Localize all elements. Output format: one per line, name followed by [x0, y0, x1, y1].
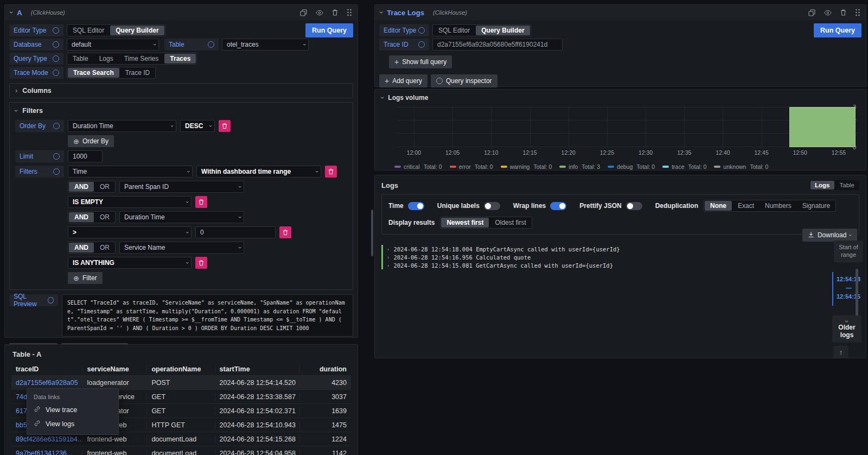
column-header-operationname[interactable]: operationName — [147, 365, 215, 373]
eye-icon[interactable] — [316, 10, 323, 16]
dedup-signature[interactable]: Signature — [797, 200, 835, 211]
database-select[interactable]: default› — [67, 39, 159, 50]
tab-table[interactable]: Table — [835, 181, 859, 189]
wrap-lines-switch[interactable] — [550, 202, 566, 210]
older-logs-button[interactable]: › Older logs — [832, 315, 861, 343]
legend-item-error[interactable]: errorTotal: 0 — [450, 163, 493, 170]
filter-value-input[interactable]: 0 — [195, 226, 276, 238]
dedup-numbers[interactable]: Numbers — [760, 200, 797, 211]
legend-item-unknown[interactable]: unknownTotal: 0 — [714, 163, 768, 170]
cell-traceid[interactable]: 89cf4286e631591b4... — [11, 435, 82, 443]
duplicate-icon[interactable] — [808, 9, 815, 16]
trash-icon[interactable] — [840, 9, 846, 16]
remove-order-by-button[interactable] — [219, 120, 231, 132]
remove-filter-button[interactable] — [325, 166, 337, 178]
menu-item-view-logs[interactable]: View logs — [27, 417, 118, 431]
query-type-timeseries[interactable]: Time Series — [119, 53, 164, 64]
run-query-button[interactable]: Run Query — [814, 23, 861, 37]
dedup-none[interactable]: None — [705, 201, 732, 211]
info-icon[interactable] — [53, 123, 60, 129]
info-log-volume-bar[interactable] — [789, 107, 856, 147]
query-type-table[interactable]: Table — [67, 53, 94, 64]
filter-field-select[interactable]: Duration Time› — [119, 211, 244, 223]
legend-item-critical[interactable]: criticalTotal: 0 — [394, 163, 442, 170]
query-type-traces[interactable]: Traces — [164, 54, 196, 64]
run-query-button[interactable]: Run Query — [305, 23, 353, 37]
info-icon[interactable] — [418, 27, 425, 34]
filter-operator-select[interactable]: IS EMPTY› — [68, 196, 192, 208]
duplicate-icon[interactable] — [300, 9, 307, 16]
filter-operator-select[interactable]: >› — [68, 226, 192, 238]
tab-sql-editor[interactable]: SQL Editor — [433, 25, 475, 36]
tab-sql-editor[interactable]: SQL Editor — [67, 25, 110, 36]
menu-item-view-trace[interactable]: View trace — [27, 403, 118, 417]
logs-scrollbar[interactable] — [856, 269, 858, 318]
order-by-field-select[interactable]: Duration Time› — [68, 120, 176, 132]
newest-first-option[interactable]: Newest first — [441, 218, 489, 228]
info-icon[interactable] — [418, 41, 425, 48]
dedup-exact[interactable]: Exact — [732, 200, 760, 211]
remove-filter-button[interactable] — [279, 226, 291, 238]
trace-id-input[interactable]: d2a7155ef6a928a05680e5ff6190241d — [432, 39, 563, 50]
drag-handle-icon[interactable] — [347, 9, 352, 16]
panel-b-header[interactable]: › Trace Logs (ClickHouse) — [375, 5, 866, 20]
chevron-right-icon[interactable]: › — [387, 247, 390, 252]
legend-item-info[interactable]: infoTotal: 3 — [559, 163, 600, 170]
drag-handle-icon[interactable] — [855, 9, 860, 16]
collapse-chevron-icon[interactable]: › — [9, 11, 14, 14]
or-option[interactable]: OR — [94, 242, 115, 253]
column-header-traceid[interactable]: traceID — [11, 365, 82, 373]
log-row[interactable]: ›2024-06-28 12:54:16.956 Calculated quot… — [381, 253, 821, 261]
filter-field-select[interactable]: Parent Span ID› — [119, 181, 244, 193]
add-query-button[interactable]: +Add query — [379, 74, 427, 87]
collapse-chevron-icon[interactable]: › — [379, 11, 384, 14]
info-icon[interactable] — [53, 55, 59, 62]
filters-section-toggle[interactable]: › Filters — [15, 107, 347, 115]
legend-item-trace[interactable]: traceTotal: 0 — [662, 163, 706, 170]
scroll-to-top-button[interactable]: ↑ — [833, 346, 848, 358]
and-option[interactable]: AND — [69, 243, 94, 252]
panel-a-header[interactable]: › A (ClickHouse) — [5, 5, 358, 20]
add-order-by-button[interactable]: ⊕Order By — [68, 135, 114, 147]
or-option[interactable]: OR — [94, 212, 115, 223]
log-row[interactable]: ›2024-06-28 12:54:18.004 EmptyCartAsync … — [381, 245, 821, 253]
column-header-duration[interactable]: duration — [300, 365, 351, 373]
filter-value-select[interactable]: Within dashboard time range› — [196, 166, 321, 178]
chevron-right-icon[interactable]: › — [387, 263, 390, 268]
remove-filter-button[interactable] — [195, 257, 207, 269]
order-by-direction-select[interactable]: DESC› — [180, 120, 215, 132]
filter-field-select[interactable]: Service Name› — [119, 242, 244, 254]
tab-query-builder[interactable]: Query Builder — [476, 26, 529, 35]
oldest-first-option[interactable]: Oldest first — [489, 217, 531, 228]
trace-mode-id[interactable]: Trace ID — [120, 67, 156, 78]
info-icon[interactable] — [208, 41, 214, 48]
column-header-servicename[interactable]: serviceName — [82, 365, 147, 373]
info-icon[interactable] — [53, 41, 59, 48]
trash-icon[interactable] — [332, 9, 338, 16]
legend-item-warning[interactable]: warningTotal: 0 — [501, 163, 552, 170]
or-option[interactable]: OR — [94, 181, 115, 192]
chevron-right-icon[interactable]: › — [387, 255, 390, 260]
add-filter-button[interactable]: ⊕Filter — [68, 272, 103, 284]
query-inspector-button[interactable]: Query inspector — [431, 74, 497, 87]
info-icon[interactable] — [53, 153, 60, 160]
unique-labels-switch[interactable] — [484, 202, 500, 210]
cell-traceid[interactable]: 9a7bef61341236... — [11, 450, 82, 455]
logs-volume-header[interactable]: › Logs volume — [381, 94, 859, 102]
prettify-json-switch[interactable] — [626, 202, 642, 210]
column-header-starttime[interactable]: startTime — [215, 365, 301, 373]
time-switch[interactable] — [408, 202, 424, 210]
log-row[interactable]: ›2024-06-28 12:54:15.081 GetCartAsync ca… — [381, 261, 821, 269]
panel-b-title[interactable]: Trace Logs — [387, 9, 424, 17]
info-icon[interactable] — [53, 168, 60, 175]
show-full-query-button[interactable]: +Show full query — [389, 55, 452, 68]
info-icon[interactable] — [48, 297, 54, 304]
trace-mode-search[interactable]: Trace Search — [68, 68, 119, 78]
and-option[interactable]: AND — [69, 212, 94, 222]
and-option[interactable]: AND — [69, 182, 94, 192]
info-icon[interactable] — [53, 27, 59, 34]
tab-query-builder[interactable]: Query Builder — [110, 26, 164, 35]
download-button[interactable]: Download › — [802, 229, 857, 242]
filter-field-select[interactable]: Time› — [68, 166, 193, 178]
limit-input[interactable]: 1000 — [68, 150, 103, 162]
